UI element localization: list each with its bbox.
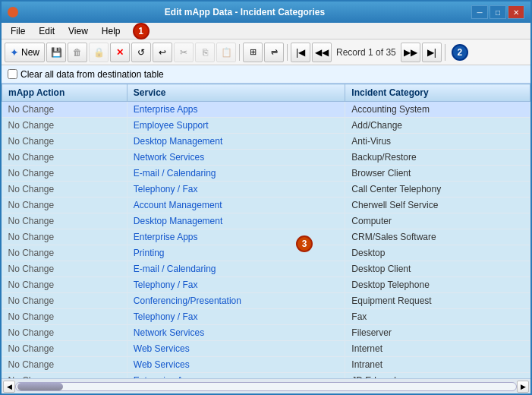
- copy-button[interactable]: ⎘: [195, 43, 215, 62]
- table-row[interactable]: No ChangeTelephony / FaxFax: [2, 309, 530, 325]
- cut-button[interactable]: ✂: [174, 43, 194, 62]
- cell-incident-category: Browser Client: [345, 166, 530, 182]
- window-controls: ─ □ ✕: [471, 5, 524, 19]
- cancel-button[interactable]: ✕: [110, 43, 130, 62]
- col-header-mapp-action[interactable]: mApp Action: [2, 84, 127, 102]
- cell-service[interactable]: Conferencing/Presentation: [127, 293, 345, 309]
- cell-incident-category: CRM/Sales Software: [345, 229, 530, 245]
- cell-service[interactable]: Telephony / Fax: [127, 309, 345, 325]
- cell-incident-category: Accounting System: [345, 102, 530, 118]
- cell-incident-category: Backup/Restore: [345, 150, 530, 166]
- window-title: Edit mApp Data - Incident Categories: [18, 7, 471, 17]
- new-icon: ✦: [10, 46, 19, 58]
- cell-service[interactable]: E-mail / Calendaring: [127, 166, 345, 182]
- title-bar: Edit mApp Data - Incident Categories ─ □…: [2, 2, 530, 23]
- menu-help[interactable]: Help: [96, 24, 127, 38]
- table-row[interactable]: No ChangeE-mail / CalendaringDesktop Cli…: [2, 261, 530, 277]
- cell-mapp-action: No Change: [2, 134, 127, 150]
- clear-data-checkbox-label[interactable]: Clear all data from destination table: [8, 69, 164, 80]
- col-header-incident-category[interactable]: Incident Category: [345, 84, 530, 102]
- cell-mapp-action: No Change: [2, 213, 127, 229]
- minimize-button[interactable]: ─: [471, 5, 488, 19]
- cell-incident-category: Computer: [345, 213, 530, 229]
- undo-button[interactable]: ↩: [153, 43, 172, 62]
- filter-icon: ⇌: [271, 47, 278, 57]
- new-button[interactable]: ✦ New: [5, 43, 45, 62]
- table-row[interactable]: No ChangeDesktop ManagementComputer: [2, 213, 530, 229]
- cell-service[interactable]: Enterprise Apps: [127, 373, 345, 379]
- last-record-button[interactable]: ▶|: [422, 43, 442, 62]
- cell-service[interactable]: Enterprise Apps: [127, 102, 345, 118]
- table-row[interactable]: No ChangeEnterprise AppsJD Edwards: [2, 373, 530, 379]
- cell-service[interactable]: Desktop Management: [127, 213, 345, 229]
- next-record-button[interactable]: ▶▶: [401, 43, 420, 62]
- cut-icon: ✂: [180, 47, 187, 58]
- badge-2[interactable]: 2: [452, 44, 468, 61]
- cell-service[interactable]: Web Services: [127, 341, 345, 357]
- cell-service[interactable]: Web Services: [127, 357, 345, 373]
- scroll-area: ◀ ▶: [2, 378, 530, 393]
- save-button[interactable]: 💾: [46, 43, 66, 62]
- table-row[interactable]: No ChangeE-mail / CalendaringBrowser Cli…: [2, 166, 530, 182]
- col-header-service[interactable]: Service: [127, 84, 345, 102]
- table-row[interactable]: No ChangeNetwork ServicesFileserver: [2, 325, 530, 341]
- table-row[interactable]: No ChangeAccount ManagementCherwell Self…: [2, 198, 530, 213]
- scroll-left-button[interactable]: ◀: [3, 381, 15, 393]
- cell-service[interactable]: Network Services: [127, 150, 345, 166]
- table-header-row: mApp Action Service Incident Category: [2, 84, 530, 102]
- menu-file[interactable]: File: [5, 24, 31, 38]
- table-row[interactable]: No ChangeEnterprise AppsCRM/Sales Softwa…: [2, 229, 530, 245]
- clear-data-checkbox[interactable]: [8, 69, 17, 79]
- scrollbar-thumb[interactable]: [17, 383, 63, 390]
- table-row[interactable]: No ChangeWeb ServicesInternet: [2, 341, 530, 357]
- table-row[interactable]: No ChangeEmployee SupportAdd/Change: [2, 118, 530, 134]
- clear-data-label: Clear all data from destination table: [20, 69, 164, 80]
- table-row[interactable]: No ChangeDesktop ManagementAnti-Virus: [2, 134, 530, 150]
- table-row[interactable]: No ChangeConferencing/PresentationEquipm…: [2, 293, 530, 309]
- table-row[interactable]: No ChangeTelephony / FaxCall Center Tele…: [2, 182, 530, 198]
- table-row[interactable]: No ChangeEnterprise AppsAccounting Syste…: [2, 102, 530, 118]
- cell-service[interactable]: Employee Support: [127, 118, 345, 134]
- cell-incident-category: Equipment Request: [345, 293, 530, 309]
- cell-mapp-action: No Change: [2, 229, 127, 245]
- badge-1[interactable]: 1: [133, 23, 150, 40]
- refresh-button[interactable]: ↺: [131, 43, 151, 62]
- cell-incident-category: Add/Change: [345, 118, 530, 134]
- lock-button[interactable]: 🔒: [89, 43, 109, 62]
- filter-button[interactable]: ⇌: [264, 43, 284, 62]
- table-row[interactable]: No ChangePrintingDesktop: [2, 245, 530, 261]
- cancel-icon: ✕: [116, 47, 124, 58]
- cell-service[interactable]: Desktop Management: [127, 134, 345, 150]
- prev-record-button[interactable]: ◀◀: [312, 43, 332, 62]
- close-button[interactable]: ✕: [508, 5, 524, 19]
- maximize-button[interactable]: □: [490, 5, 506, 19]
- first-record-button[interactable]: |◀: [291, 43, 310, 62]
- delete-button[interactable]: 🗑: [68, 43, 87, 62]
- table-row[interactable]: No ChangeWeb ServicesIntranet: [2, 357, 530, 373]
- menu-edit[interactable]: Edit: [33, 24, 61, 38]
- column-chooser-button[interactable]: ⊞: [243, 43, 263, 62]
- scroll-right-button[interactable]: ▶: [517, 381, 529, 393]
- cell-mapp-action: No Change: [2, 102, 127, 118]
- copy-icon: ⎘: [203, 47, 208, 58]
- cell-service[interactable]: Telephony / Fax: [127, 182, 345, 198]
- horizontal-scrollbar[interactable]: [15, 382, 517, 391]
- cell-service[interactable]: E-mail / Calendaring: [127, 261, 345, 277]
- cell-incident-category: Desktop: [345, 245, 530, 261]
- paste-button[interactable]: 📋: [216, 43, 236, 62]
- cell-service[interactable]: Printing: [127, 245, 345, 261]
- record-info: Record 1 of 35: [333, 47, 399, 58]
- undo-icon: ↩: [159, 47, 166, 58]
- cell-service[interactable]: Account Management: [127, 198, 345, 213]
- paste-icon: 📋: [221, 47, 232, 58]
- table-wrapper: mApp Action Service Incident Category No…: [2, 84, 530, 378]
- first-icon: |◀: [296, 47, 305, 58]
- cell-service[interactable]: Enterprise Apps: [127, 229, 345, 245]
- table-row[interactable]: No ChangeNetwork ServicesBackup/Restore: [2, 150, 530, 166]
- cell-mapp-action: No Change: [2, 245, 127, 261]
- cell-service[interactable]: Telephony / Fax: [127, 277, 345, 293]
- cell-incident-category: Desktop Telephone: [345, 277, 530, 293]
- table-row[interactable]: No ChangeTelephony / FaxDesktop Telephon…: [2, 277, 530, 293]
- menu-view[interactable]: View: [62, 24, 94, 38]
- cell-service[interactable]: Network Services: [127, 325, 345, 341]
